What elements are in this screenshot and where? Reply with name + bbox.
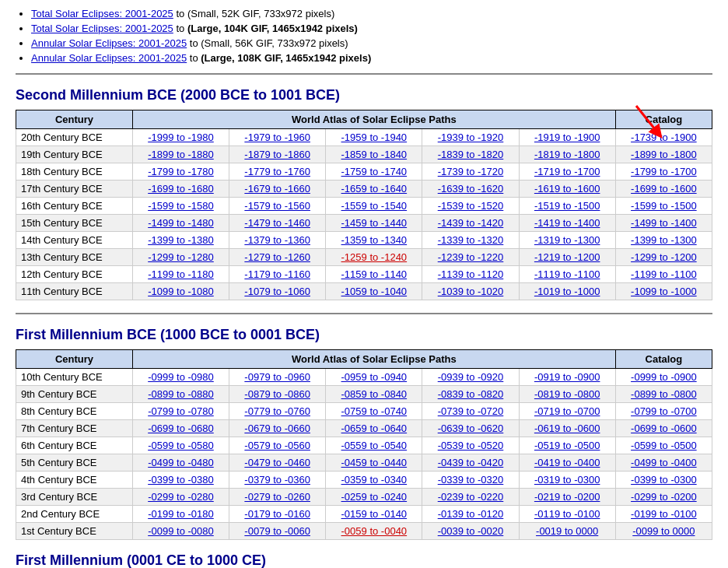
atlas-link[interactable]: -0939 to -0920 <box>438 371 504 383</box>
catalog-link[interactable]: -1399 to -1300 <box>631 234 697 246</box>
atlas-link[interactable]: -0819 to -0800 <box>534 388 600 400</box>
catalog-link[interactable]: -0399 to -0300 <box>631 474 697 486</box>
atlas-link[interactable]: -1279 to -1260 <box>244 251 310 263</box>
atlas-link[interactable]: -0079 to -0060 <box>244 525 310 537</box>
atlas-link[interactable]: -1959 to -1940 <box>341 131 408 143</box>
atlas-link[interactable]: -0799 to -0780 <box>148 405 214 417</box>
catalog-link[interactable]: -1599 to -1500 <box>631 200 697 212</box>
atlas-link[interactable]: -0359 to -0340 <box>341 474 408 486</box>
atlas-link[interactable]: -1119 to -1100 <box>534 268 600 280</box>
atlas-link[interactable]: -1639 to -1620 <box>438 183 504 195</box>
atlas-link[interactable]: -1099 to -1080 <box>148 286 214 297</box>
atlas-link[interactable]: -1799 to -1780 <box>148 166 214 177</box>
atlas-link[interactable]: -1519 to -1500 <box>534 200 600 212</box>
atlas-link[interactable]: -0739 to -0720 <box>438 405 504 417</box>
atlas-link[interactable]: -0859 to -0840 <box>341 388 408 400</box>
atlas-link[interactable]: -0919 to -0900 <box>534 371 600 383</box>
catalog-link[interactable]: -0699 to -0600 <box>631 422 697 434</box>
atlas-link[interactable]: -0719 to -0700 <box>534 405 600 417</box>
atlas-link[interactable]: -0119 to -0100 <box>534 508 600 520</box>
atlas-link[interactable]: -1599 to -1580 <box>148 200 214 212</box>
catalog-link[interactable]: -1799 to -1700 <box>631 166 697 177</box>
atlas-link[interactable]: -1759 to -1740 <box>341 166 408 177</box>
atlas-link[interactable]: -0379 to -0360 <box>244 474 310 486</box>
atlas-link[interactable]: -1079 to -1060 <box>244 286 310 297</box>
catalog-link[interactable]: -0299 to -0200 <box>631 491 697 503</box>
atlas-link[interactable]: -1239 to -1220 <box>438 251 504 263</box>
atlas-link[interactable]: -1139 to -1120 <box>438 268 504 280</box>
catalog-link[interactable]: -1099 to -1000 <box>631 286 697 297</box>
atlas-link[interactable]: -0459 to -0440 <box>341 457 408 468</box>
atlas-link[interactable]: -0299 to -0280 <box>148 491 214 503</box>
atlas-link[interactable]: -1879 to -1860 <box>244 149 310 160</box>
atlas-link[interactable]: -0559 to -0540 <box>341 440 408 451</box>
atlas-link[interactable]: -0679 to -0660 <box>244 422 310 434</box>
atlas-link[interactable]: -1319 to -1300 <box>534 234 600 246</box>
catalog-link[interactable]: -1299 to -1200 <box>631 251 697 263</box>
catalog-link[interactable]: -0499 to -0400 <box>631 457 697 468</box>
atlas-link[interactable]: -1179 to -1160 <box>244 268 310 280</box>
atlas-link[interactable]: -1859 to -1840 <box>341 149 408 160</box>
atlas-link[interactable]: -0259 to -0240 <box>341 491 408 503</box>
atlas-link[interactable]: -0779 to -0760 <box>244 405 310 417</box>
catalog-link[interactable]: -1499 to -1400 <box>631 217 697 229</box>
atlas-link[interactable]: -1219 to -1200 <box>534 251 600 263</box>
atlas-link[interactable]: -1999 to -1980 <box>148 131 214 143</box>
atlas-link[interactable]: -0659 to -0640 <box>341 422 408 434</box>
atlas-link[interactable]: -0339 to -0320 <box>438 474 504 486</box>
atlas-link[interactable]: -0519 to -0500 <box>534 440 600 451</box>
atlas-link[interactable]: -1459 to -1440 <box>341 217 408 229</box>
atlas-link[interactable]: -0979 to -0960 <box>244 371 310 383</box>
catalog-link[interactable]: -0099 to 0000 <box>632 525 695 537</box>
catalog-link[interactable]: -1699 to -1600 <box>631 183 697 195</box>
atlas-link[interactable]: -1259 to -1240 <box>341 251 408 263</box>
atlas-link[interactable]: -0499 to -0480 <box>148 457 214 468</box>
atlas-link[interactable]: -0199 to -0180 <box>148 508 214 520</box>
annular-solar-large-link[interactable]: Annular Solar Eclipses: 2001-2025 <box>31 52 187 64</box>
atlas-link[interactable]: -1899 to -1880 <box>148 149 214 160</box>
atlas-link[interactable]: -0219 to -0200 <box>534 491 600 503</box>
atlas-link[interactable]: -1419 to -1400 <box>534 217 600 229</box>
atlas-link[interactable]: -0999 to -0980 <box>148 371 214 383</box>
atlas-link[interactable]: -1659 to -1640 <box>341 183 408 195</box>
atlas-link[interactable]: -0159 to -0140 <box>341 508 408 520</box>
atlas-link[interactable]: -1499 to -1480 <box>148 217 214 229</box>
atlas-link[interactable]: -1699 to -1680 <box>148 183 214 195</box>
atlas-link[interactable]: -0639 to -0620 <box>438 422 504 434</box>
atlas-link[interactable]: -0419 to -0400 <box>534 457 600 468</box>
atlas-link[interactable]: -1339 to -1320 <box>438 234 504 246</box>
atlas-link[interactable]: -0619 to -0600 <box>534 422 600 434</box>
catalog-link[interactable]: -0899 to -0800 <box>631 388 697 400</box>
atlas-link[interactable]: -1619 to -1600 <box>534 183 600 195</box>
catalog-link[interactable]: -1199 to -1100 <box>631 268 697 280</box>
atlas-link[interactable]: -0699 to -0680 <box>148 422 214 434</box>
atlas-link[interactable]: -1739 to -1720 <box>438 166 504 177</box>
atlas-link[interactable]: -0099 to -0080 <box>148 525 214 537</box>
atlas-link[interactable]: -0439 to -0420 <box>438 457 504 468</box>
atlas-link[interactable]: -1539 to -1520 <box>438 200 504 212</box>
catalog-link[interactable]: -0199 to -0100 <box>631 508 697 520</box>
annular-solar-small-link[interactable]: Annular Solar Eclipses: 2001-2025 <box>31 37 187 49</box>
catalog-link[interactable]: -0999 to -0900 <box>631 371 697 383</box>
atlas-link[interactable]: -1199 to -1180 <box>148 268 214 280</box>
atlas-link[interactable]: -1919 to -1900 <box>534 131 600 143</box>
catalog-link[interactable]: -0799 to -0700 <box>631 405 697 417</box>
atlas-link[interactable]: -1019 to -1000 <box>534 286 600 297</box>
catalog-link[interactable]: -0599 to -0500 <box>631 440 697 451</box>
atlas-link[interactable]: -1559 to -1540 <box>341 200 408 212</box>
atlas-link[interactable]: -0139 to -0120 <box>438 508 504 520</box>
atlas-link[interactable]: -1839 to -1820 <box>438 149 504 160</box>
atlas-link[interactable]: -0179 to -0160 <box>244 508 310 520</box>
atlas-link[interactable]: -1379 to -1360 <box>244 234 310 246</box>
atlas-link[interactable]: -0759 to -0740 <box>341 405 408 417</box>
atlas-link[interactable]: -0879 to -0860 <box>244 388 310 400</box>
atlas-link[interactable]: -0019 to 0000 <box>536 525 598 537</box>
atlas-link[interactable]: -0399 to -0380 <box>148 474 214 486</box>
atlas-link[interactable]: -0539 to -0520 <box>438 440 504 451</box>
atlas-link[interactable]: -1059 to -1040 <box>341 286 408 297</box>
atlas-link[interactable]: -1819 to -1800 <box>534 149 600 160</box>
atlas-link[interactable]: -0599 to -0580 <box>148 440 214 451</box>
atlas-link[interactable]: -1979 to -1960 <box>244 131 310 143</box>
atlas-link[interactable]: -0279 to -0260 <box>244 491 310 503</box>
atlas-link[interactable]: -0039 to -0020 <box>438 525 504 537</box>
